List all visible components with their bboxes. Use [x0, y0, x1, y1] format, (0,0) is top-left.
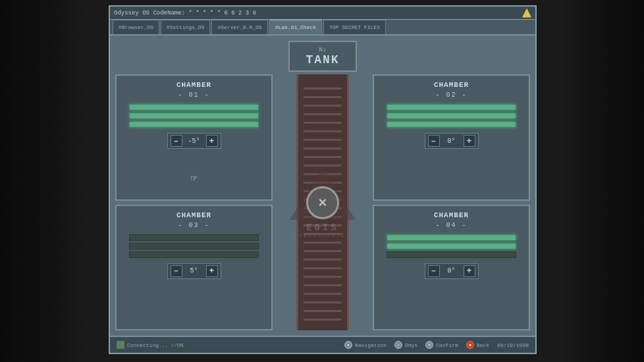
chamber-02-bar-1 [387, 104, 516, 111]
chamber-01-temp-control: – -5° + [167, 133, 221, 149]
chamber-04: CHAMBER - 04 - – 0° + [373, 205, 530, 331]
confirm-item: × Confirm [425, 341, 458, 349]
vignette-right [558, 0, 644, 362]
confirm-icon: × [425, 341, 433, 349]
back-icon: ● [466, 341, 474, 349]
chamber-03-title: CHAMBER [176, 211, 211, 219]
tab-lab[interactable]: #Lab.01_Check [269, 20, 322, 34]
connection-text: Connecting... [127, 342, 168, 348]
chamber-03: CHAMBER - 03 - – 5° + [115, 205, 273, 331]
date-display: 08/19/1998 [497, 342, 529, 348]
chamber-01-bar-1 [129, 104, 259, 111]
chamber-02-number: - 02 - [435, 91, 467, 99]
chamber-02-bars [379, 104, 523, 128]
vignette-left [0, 0, 86, 362]
os-window: Odyssey OS CodeName: * * * * * 6 6 2 3 6… [109, 5, 537, 354]
chamber-01-bar-3 [129, 121, 259, 128]
chamber-03-bars [122, 234, 266, 258]
chamber-01: CHAMBER - 01 - – -5° + ☞ [115, 74, 273, 201]
tab-browser[interactable]: #Browser_OS [113, 20, 159, 34]
navigation-item: ✦ Navigation [344, 341, 387, 349]
center-tank-visual: EGIS LABORATORIES × [277, 74, 369, 330]
tab-settings[interactable]: #Settings_OS [161, 20, 211, 34]
chamber-04-temp-value: 0° [443, 267, 461, 274]
chamber-03-bar-2 [129, 243, 259, 249]
confirm-label: Confirm [436, 342, 458, 348]
chambers-layout: CHAMBER - 01 - – -5° + ☞ CHAMBER - 02 [115, 74, 530, 330]
x-button-icon: × [319, 194, 327, 211]
chamber-02-temp-value: 0° [443, 138, 461, 145]
chamber-04-bar-2 [387, 243, 516, 249]
chamber-01-title: CHAMBER [176, 81, 211, 89]
x-button[interactable]: × [306, 186, 339, 219]
on-text: //ON [171, 342, 183, 348]
chamber-02-bar-2 [387, 113, 516, 119]
tab-bar: #Browser_OS #Settings_OS #Server_8.0_OS … [110, 20, 535, 36]
tank-label: TANK [306, 53, 339, 66]
title-bar-text: Odyssey OS CodeName: * * * * * 6 6 2 3 6 [114, 10, 256, 16]
status-bar: Connecting... //ON ✦ Navigation ○ Odys ×… [110, 336, 535, 353]
tank-box: N₂ TANK [288, 41, 356, 72]
chamber-02-temp-control: – 0° + [425, 133, 479, 149]
tank-pipe-visual: EGIS LABORATORIES × [277, 74, 369, 330]
chamber-01-bars [122, 104, 266, 128]
chamber-04-minus-button[interactable]: – [428, 265, 440, 277]
chamber-03-number: - 03 - [178, 222, 209, 229]
odyssey-item: ○ Odys [394, 341, 417, 349]
chamber-01-bar-2 [129, 113, 259, 119]
chamber-02-plus-button[interactable]: + [464, 135, 475, 147]
tab-server[interactable]: #Server_8.0_OS [211, 20, 267, 34]
chamber-04-title: CHAMBER [434, 211, 469, 219]
navigation-icon: ✦ [344, 341, 352, 349]
navigation-label: Navigation [355, 342, 387, 348]
chamber-02: CHAMBER - 02 - – 0° + [373, 74, 530, 201]
chamber-03-bar-3 [129, 251, 259, 258]
chamber-02-title: CHAMBER [434, 81, 469, 89]
chamber-04-plus-button[interactable]: + [464, 265, 475, 277]
odyssey-icon: ○ [394, 341, 402, 349]
title-bar: Odyssey OS CodeName: * * * * * 6 6 2 3 6 [110, 7, 535, 20]
chamber-01-temp-value: -5° [185, 138, 203, 145]
chamber-01-number: - 01 - [178, 91, 209, 99]
chamber-02-minus-button[interactable]: – [428, 135, 440, 147]
chamber-03-minus-button[interactable]: – [171, 265, 182, 277]
tank-n2-label: N₂ [306, 46, 339, 53]
warning-icon [522, 9, 531, 18]
chamber-03-bar-1 [129, 234, 259, 241]
status-right: ✦ Navigation ○ Odys × Confirm ● Back 08/… [344, 341, 529, 349]
main-content: N₂ TANK CHAMBER - 01 - – -5° + [110, 36, 535, 336]
connection-icon [117, 341, 124, 349]
chamber-04-temp-control: – 0° + [425, 263, 479, 279]
chamber-01-plus-button[interactable]: + [206, 135, 218, 147]
chamber-03-plus-button[interactable]: + [206, 265, 218, 277]
chamber-04-number: - 04 - [435, 222, 467, 229]
tab-topsecret[interactable]: TOP SECRET FILES [323, 20, 386, 34]
chamber-03-temp-value: 5° [185, 267, 203, 274]
status-connection: Connecting... //ON [117, 341, 184, 349]
chamber-01-minus-button[interactable]: – [171, 135, 182, 147]
cursor-pointer: ☞ [191, 172, 198, 185]
chamber-04-bar-1 [387, 234, 516, 241]
back-label: Back [477, 342, 489, 348]
chamber-03-temp-control: – 5° + [167, 263, 221, 279]
tank-section: N₂ TANK [115, 41, 530, 72]
odyssey-label: Odys [405, 342, 417, 348]
chamber-04-bars [379, 234, 523, 258]
back-item: ● Back [466, 341, 489, 349]
chamber-04-bar-3 [387, 251, 516, 258]
chamber-02-bar-3 [387, 121, 516, 128]
